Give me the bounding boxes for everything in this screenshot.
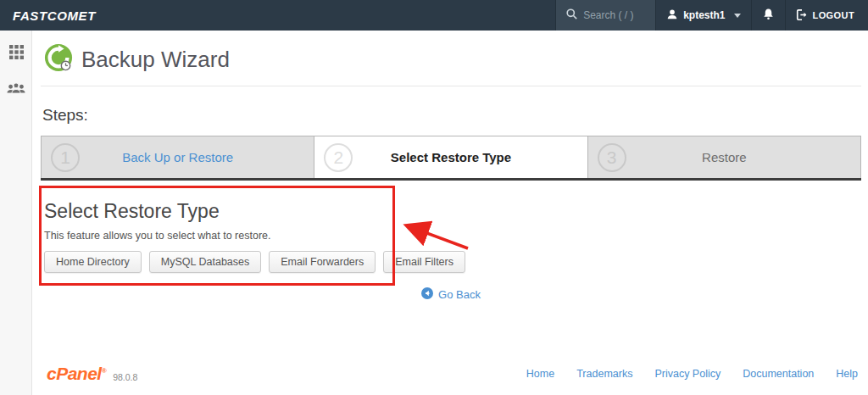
left-sidebar: [0, 31, 32, 395]
header-divider: [41, 86, 861, 86]
user-menu[interactable]: kptesth1: [655, 0, 750, 31]
main-content: Backup Wizard Steps: 1 Back Up or Restor…: [32, 31, 868, 395]
email-forwarders-button[interactable]: Email Forwarders: [269, 251, 376, 273]
step-2-label: Select Restore Type: [391, 150, 511, 164]
logout-label: LOGOUT: [813, 10, 854, 20]
page-header: Backup Wizard: [41, 43, 861, 75]
step-3-restore: 3 Restore: [587, 136, 861, 178]
sidebar-item-users[interactable]: [0, 76, 32, 105]
user-icon: [666, 8, 678, 23]
go-back-row: Go Back: [41, 287, 861, 303]
back-arrow-icon: [421, 287, 433, 302]
search-box[interactable]: [555, 0, 655, 31]
step-2-number: 2: [324, 143, 353, 172]
footer-link-trademarks[interactable]: Trademarks: [576, 368, 632, 380]
page-footer: cPanel® 98.0.8 Home Trademarks Privacy P…: [32, 359, 868, 388]
username: kptesth1: [683, 9, 725, 21]
search-input[interactable]: [583, 9, 651, 21]
home-directory-button[interactable]: Home Directory: [44, 251, 142, 273]
notifications-button[interactable]: [751, 0, 785, 31]
search-icon: [566, 8, 577, 23]
footer-link-help[interactable]: Help: [836, 368, 858, 380]
steps-heading: Steps:: [41, 106, 861, 125]
step-2-select-restore-type: 2 Select Restore Type: [314, 136, 587, 178]
go-back-link[interactable]: Go Back: [421, 287, 481, 302]
restore-type-buttons: Home Directory MySQL Databases Email For…: [44, 251, 861, 273]
footer-link-documentation[interactable]: Documentation: [743, 368, 814, 380]
fastcomet-logo[interactable]: FASTCOMET: [0, 0, 96, 31]
logout-button[interactable]: LOGOUT: [785, 0, 868, 31]
top-navigation-bar: FASTCOMET kptesth1: [0, 0, 868, 31]
grid-icon: [9, 45, 24, 63]
step-1-number: 1: [51, 143, 80, 172]
select-restore-type-section: Select Restore Type This feature allows …: [41, 200, 861, 273]
footer-link-home[interactable]: Home: [526, 368, 554, 380]
registered-mark: ®: [102, 367, 106, 375]
section-description: This feature allows you to select what t…: [44, 230, 861, 242]
cpanel-version: 98.0.8: [113, 372, 137, 382]
chevron-down-icon: [734, 14, 741, 18]
step-bar: 1 Back Up or Restore 2 Select Restore Ty…: [41, 136, 861, 181]
step-3-number: 3: [598, 143, 626, 172]
users-group-icon: [7, 81, 25, 100]
email-filters-button[interactable]: Email Filters: [383, 251, 465, 273]
step-3-label: Restore: [702, 150, 747, 164]
backup-wizard-icon: [44, 43, 73, 75]
step-1-backup-or-restore[interactable]: 1 Back Up or Restore: [41, 136, 314, 178]
step-1-label[interactable]: Back Up or Restore: [122, 150, 233, 164]
go-back-label: Go Back: [438, 288, 481, 301]
topbar-right-group: kptesth1 LOGOUT: [555, 0, 868, 31]
mysql-databases-button[interactable]: MySQL Databases: [149, 251, 261, 273]
footer-links: Home Trademarks Privacy Policy Documenta…: [526, 368, 858, 380]
logout-icon: [796, 9, 808, 22]
section-heading: Select Restore Type: [44, 200, 861, 223]
cpanel-logo[interactable]: cPanel®: [47, 364, 106, 384]
bell-icon: [762, 8, 775, 24]
backup-wizard-page: FASTCOMET kptesth1: [0, 0, 868, 395]
page-title: Backup Wizard: [81, 47, 230, 73]
sidebar-item-apps[interactable]: [0, 39, 32, 68]
footer-link-privacy-policy[interactable]: Privacy Policy: [654, 368, 721, 380]
